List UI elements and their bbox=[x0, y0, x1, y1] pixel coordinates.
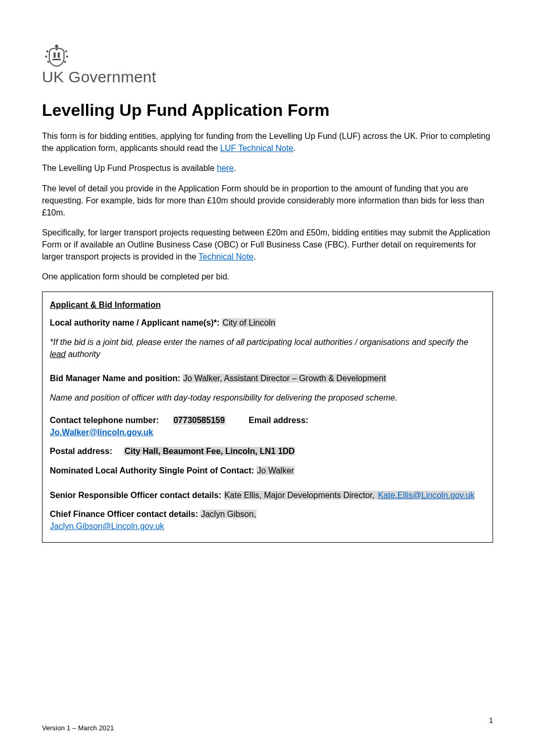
applicant-info-heading: Applicant & Bid Information bbox=[50, 300, 485, 310]
intro-p2-post: . bbox=[234, 164, 236, 172]
svg-point-6 bbox=[64, 61, 66, 63]
footer-version: Version 1 – March 2021 bbox=[42, 724, 114, 732]
intro-p4-post: . bbox=[253, 252, 255, 261]
brand-text: UK Government bbox=[42, 68, 156, 85]
sro-row: Senior Responsible Officer contact detai… bbox=[50, 490, 485, 502]
intro-paragraph-1: This form is for bidding entities, apply… bbox=[42, 131, 493, 154]
sro-value-text: Kate Ellis, Major Developments Director, bbox=[224, 491, 378, 500]
bid-manager-note: Name and position of officer with day-to… bbox=[50, 392, 485, 404]
bid-manager-label: Bid Manager Name and position: bbox=[50, 374, 183, 383]
local-authority-label: Local authority name / Applicant name(s)… bbox=[50, 318, 222, 327]
cfo-value-text: Jaclyn Gibson, bbox=[200, 510, 256, 519]
postal-row: Postal address: City Hall, Beaumont Fee,… bbox=[50, 446, 485, 458]
email-label: Email address: bbox=[249, 416, 308, 425]
svg-point-1 bbox=[46, 50, 48, 52]
joint-bid-note-pre: *If the bid is a joint bid, please enter… bbox=[50, 338, 468, 347]
spoc-label: Nominated Local Authority Single Point o… bbox=[50, 466, 256, 475]
bid-manager-value: Jo Walker, Assistant Director – Growth &… bbox=[183, 374, 386, 383]
document-page: UK Government Levelling Up Fund Applicat… bbox=[0, 0, 535, 756]
applicant-info-box: Applicant & Bid Information Local author… bbox=[42, 291, 493, 543]
cfo-email-link[interactable]: Jaclyn.Gibson@Lincoln.gov.uk bbox=[50, 522, 164, 531]
intro-paragraph-4: Specifically, for larger transport proje… bbox=[42, 227, 493, 263]
page-title: Levelling Up Fund Application Form bbox=[42, 101, 493, 120]
svg-rect-9 bbox=[52, 59, 61, 60]
contact-tel-label: Contact telephone number: bbox=[50, 416, 159, 425]
page-number: 1 bbox=[489, 716, 493, 725]
local-authority-row: Local authority name / Applicant name(s)… bbox=[50, 317, 485, 329]
svg-rect-7 bbox=[54, 52, 56, 58]
sro-label: Senior Responsible Officer contact detai… bbox=[50, 491, 224, 500]
technical-note-link[interactable]: Technical Note bbox=[199, 252, 254, 261]
svg-point-5 bbox=[47, 61, 49, 63]
intro-p2-pre: The Levelling Up Fund Prospectus is avai… bbox=[42, 164, 217, 172]
uk-royal-crest-icon bbox=[42, 42, 71, 67]
bid-manager-row: Bid Manager Name and position: Jo Walker… bbox=[50, 373, 485, 385]
local-authority-value: City of Lincoln bbox=[222, 318, 276, 327]
sro-email-link[interactable]: Kate.Ellis@Lincoln.gov.uk bbox=[377, 491, 475, 500]
svg-point-4 bbox=[66, 56, 68, 58]
spoc-row: Nominated Local Authority Single Point o… bbox=[50, 465, 485, 477]
intro-paragraph-2: The Levelling Up Fund Prospectus is avai… bbox=[42, 163, 493, 175]
prospectus-here-link[interactable]: here bbox=[217, 164, 234, 172]
cfo-label: Chief Finance Officer contact details: bbox=[50, 510, 200, 519]
svg-point-0 bbox=[55, 45, 58, 48]
intro-paragraph-3: The level of detail you provide in the A… bbox=[42, 183, 493, 219]
logo-block: UK Government bbox=[42, 42, 493, 86]
joint-bid-note-post: authority bbox=[66, 350, 100, 359]
svg-rect-8 bbox=[58, 52, 60, 58]
intro-p4-pre: Specifically, for larger transport proje… bbox=[42, 228, 490, 261]
intro-paragraph-5: One application form should be completed… bbox=[42, 271, 493, 283]
postal-value: City Hall, Beaumont Fee, Lincoln, LN1 1D… bbox=[124, 447, 295, 456]
cfo-row: Chief Finance Officer contact details: J… bbox=[50, 509, 485, 532]
svg-point-3 bbox=[45, 56, 47, 58]
contact-tel-value: 07730585159 bbox=[173, 416, 226, 425]
spoc-value: Jo Walker bbox=[256, 466, 295, 475]
luf-technical-note-link[interactable]: LUF Technical Note bbox=[220, 144, 293, 153]
email-value-link[interactable]: Jo.Walker@lincoln.gov.uk bbox=[50, 428, 153, 437]
joint-bid-note-underline: lead bbox=[50, 350, 66, 359]
svg-point-2 bbox=[65, 50, 67, 52]
intro-p1-post: . bbox=[293, 144, 295, 153]
postal-label: Postal address: bbox=[50, 447, 112, 456]
joint-bid-note: *If the bid is a joint bid, please enter… bbox=[50, 337, 485, 360]
contact-row: Contact telephone number: 07730585159 Em… bbox=[50, 415, 485, 438]
